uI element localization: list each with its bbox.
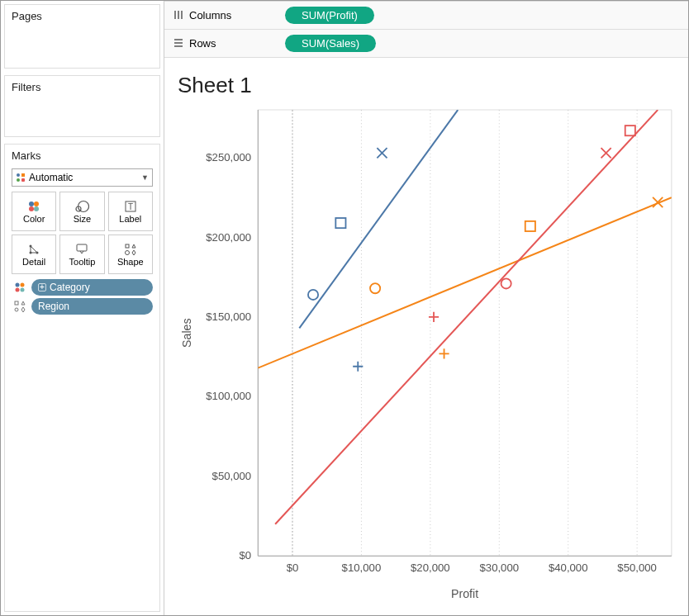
svg-rect-1 — [21, 173, 25, 177]
svg-point-23 — [16, 283, 20, 287]
svg-rect-27 — [15, 301, 18, 305]
columns-icon — [173, 9, 184, 21]
svg-text:$50,000: $50,000 — [212, 470, 252, 482]
shape-mini-icon — [12, 301, 28, 312]
marks-type-dropdown[interactable]: Automatic ▼ — [12, 168, 153, 187]
svg-marker-22 — [132, 250, 135, 255]
svg-marker-28 — [21, 301, 25, 305]
svg-text:T: T — [128, 202, 133, 211]
svg-text:$40,000: $40,000 — [549, 562, 588, 574]
svg-rect-18 — [77, 244, 87, 251]
svg-point-0 — [17, 173, 20, 177]
expand-icon: + — [38, 283, 46, 291]
svg-point-24 — [21, 283, 25, 287]
svg-point-6 — [29, 206, 34, 211]
sheet-title[interactable]: Sheet 1 — [178, 73, 680, 98]
columns-pill[interactable]: SUM(Profit) — [285, 7, 374, 24]
label-icon: T — [124, 199, 137, 214]
svg-text:$20,000: $20,000 — [411, 562, 450, 574]
size-card[interactable]: Size — [59, 192, 104, 231]
size-icon — [74, 199, 89, 214]
svg-text:$30,000: $30,000 — [479, 562, 519, 574]
svg-text:$10,000: $10,000 — [342, 562, 382, 574]
svg-text:$0: $0 — [287, 562, 299, 574]
svg-text:$150,000: $150,000 — [206, 310, 251, 323]
pages-label: Pages — [5, 5, 159, 26]
columns-shelf[interactable]: Columns SUM(Profit) — [164, 1, 688, 30]
svg-line-17 — [31, 246, 37, 253]
pages-panel: Pages — [4, 4, 160, 69]
region-pill[interactable]: Region — [31, 298, 153, 315]
shape-icon — [124, 242, 137, 257]
svg-text:Profit: Profit — [451, 587, 478, 600]
color-card[interactable]: Color — [12, 192, 56, 231]
svg-point-26 — [21, 288, 25, 292]
marks-type-label: Automatic — [29, 172, 73, 183]
svg-text:$100,000: $100,000 — [206, 390, 251, 402]
svg-point-29 — [15, 308, 18, 311]
chart[interactable]: $0$10,000$20,000$30,000$40,000$50,000$0$… — [178, 102, 680, 603]
label-card[interactable]: T Label — [108, 192, 153, 231]
filters-label: Filters — [5, 76, 159, 97]
svg-text:$250,000: $250,000 — [206, 151, 251, 163]
shape-card[interactable]: Shape — [108, 235, 153, 274]
svg-rect-37 — [258, 110, 672, 556]
svg-point-7 — [34, 206, 39, 211]
marks-label: Marks — [5, 145, 159, 167]
svg-text:$0: $0 — [240, 549, 252, 562]
shape-auto-icon — [16, 173, 26, 182]
svg-rect-3 — [21, 178, 25, 182]
rows-icon — [173, 37, 184, 49]
svg-rect-19 — [126, 244, 129, 248]
svg-point-25 — [16, 288, 20, 292]
viz-area[interactable]: Sheet 1 $0$10,000$20,000$30,000$40,000$5… — [164, 58, 688, 615]
color-icon — [27, 199, 40, 214]
category-pill[interactable]: + Category — [31, 279, 153, 296]
svg-text:$200,000: $200,000 — [206, 231, 251, 244]
columns-shelf-label: Columns — [189, 9, 231, 21]
svg-text:Sales: Sales — [180, 319, 193, 348]
svg-marker-20 — [132, 244, 135, 248]
rows-shelf-label: Rows — [189, 37, 216, 50]
color-mini-icon — [12, 282, 28, 293]
svg-point-5 — [34, 201, 39, 206]
rows-shelf[interactable]: Rows SUM(Sales) — [164, 30, 688, 58]
tooltip-card[interactable]: Tooltip — [59, 235, 104, 274]
chevron-down-icon: ▼ — [141, 173, 149, 182]
svg-point-2 — [17, 178, 20, 182]
marks-panel: Marks Automatic ▼ Color Size T — [4, 144, 160, 612]
svg-point-4 — [29, 201, 34, 206]
filters-panel: Filters — [4, 75, 160, 137]
detail-card[interactable]: Detail — [12, 235, 56, 274]
tooltip-icon — [75, 242, 88, 257]
svg-point-21 — [125, 251, 129, 255]
detail-icon — [27, 242, 40, 257]
svg-marker-30 — [21, 307, 25, 312]
rows-pill[interactable]: SUM(Sales) — [285, 35, 376, 52]
svg-text:$50,000: $50,000 — [617, 562, 657, 574]
